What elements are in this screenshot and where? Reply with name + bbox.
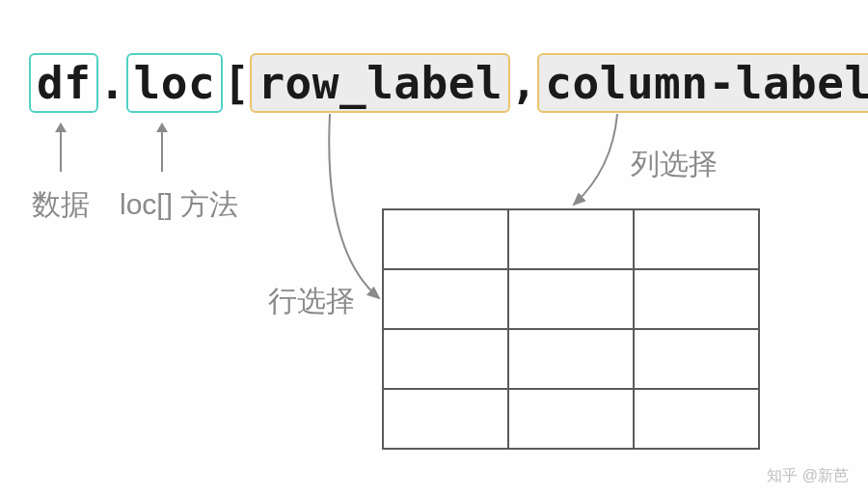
grid-cell <box>507 388 636 451</box>
watermark-text: 知乎 @新芭 <box>767 466 849 486</box>
grid-cell <box>507 208 636 271</box>
grid-cell <box>382 328 510 391</box>
arrow-up-icon <box>161 124 163 172</box>
df-token: df <box>29 53 98 113</box>
loc-token: loc <box>126 53 224 113</box>
grid-cell <box>633 268 761 331</box>
comma-token: , <box>510 57 537 109</box>
lbrack-token: [ <box>223 57 250 109</box>
grid-cell <box>633 388 761 451</box>
grid-cell <box>507 328 636 391</box>
grid-cell <box>633 208 761 271</box>
dot-token: . <box>98 57 125 109</box>
grid-cell <box>382 268 510 331</box>
loc-method-label: loc[] 方法 <box>120 185 238 225</box>
dataframe-grid <box>383 209 759 449</box>
grid-cell <box>382 208 510 271</box>
code-expression: df.loc[row_label,column-label] <box>29 53 868 113</box>
row-label-token: row_label <box>250 53 510 113</box>
grid-cell <box>507 268 636 331</box>
arrow-up-icon <box>60 124 62 172</box>
grid-cell <box>382 388 510 451</box>
column-label-token: column-label <box>537 53 868 113</box>
col-arrow-icon <box>574 114 617 205</box>
row-select-label: 行选择 <box>268 282 355 321</box>
row-arrow-icon <box>329 114 379 298</box>
col-select-label: 列选择 <box>631 145 718 184</box>
grid-cell <box>633 328 761 391</box>
data-label: 数据 <box>32 185 90 225</box>
